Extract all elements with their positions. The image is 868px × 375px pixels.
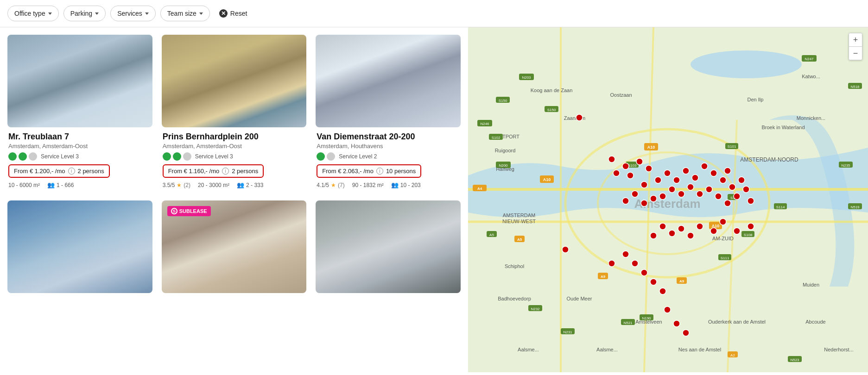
zoom-in-button[interactable]: +	[849, 33, 862, 46]
service-dot-icon	[19, 152, 27, 161]
card-location: Amsterdam, Houthavens	[317, 143, 460, 150]
card-area: 10 - 6000 m²	[8, 182, 40, 188]
card-image	[7, 200, 152, 293]
svg-text:NIEUW-WEST: NIEUW-WEST	[502, 219, 536, 224]
svg-point-97	[622, 163, 629, 169]
card-image	[162, 35, 307, 127]
svg-text:N521: N521	[623, 321, 633, 325]
svg-point-113	[738, 177, 745, 183]
svg-text:S101: S101	[728, 144, 736, 149]
svg-point-116	[748, 198, 754, 204]
svg-point-147	[683, 330, 689, 336]
svg-text:S150: S150	[547, 108, 556, 112]
card-location: Amsterdam, Amsterdam-Oost	[163, 143, 306, 150]
service-level-label: Service Level 2	[339, 153, 377, 160]
card-image	[7, 35, 152, 127]
svg-point-102	[641, 181, 647, 188]
svg-text:S108: S108	[744, 233, 753, 237]
card-image: SSUBLEASE	[162, 200, 307, 293]
card-capacity: 👥1 - 666	[47, 181, 74, 188]
svg-point-140	[632, 260, 638, 267]
star-icon: ★	[177, 182, 182, 188]
svg-text:N518: N518	[850, 85, 860, 89]
svg-text:A2: A2	[730, 353, 735, 357]
parking-filter[interactable]: Parking	[63, 6, 106, 21]
card-location: Amsterdam, Amsterdam-Oost	[8, 143, 152, 150]
svg-text:Abcoude: Abcoude	[805, 319, 825, 325]
capacity-value: 1 - 666	[57, 182, 74, 188]
card-meta: 3.5/5★(2)20 - 3000 m²👥2 - 333	[163, 181, 306, 188]
reset-button[interactable]: ✕ Reset	[215, 6, 252, 20]
svg-point-100	[627, 172, 634, 179]
svg-point-111	[724, 168, 731, 174]
team-size-filter[interactable]: Team size	[160, 6, 210, 21]
card-capacity: 👥2 - 333	[237, 181, 263, 188]
svg-point-138	[748, 223, 754, 230]
svg-text:N190: N190	[642, 316, 651, 320]
svg-point-107	[692, 175, 698, 181]
map-controls: + −	[849, 33, 862, 60]
svg-point-144	[608, 260, 615, 267]
reset-icon: ✕	[219, 9, 228, 18]
svg-text:Den Ilp: Den Ilp	[748, 97, 764, 102]
team-size-label: Team size	[167, 10, 196, 17]
svg-text:Muiden: Muiden	[803, 282, 819, 288]
svg-point-130	[710, 228, 717, 234]
svg-point-105	[673, 177, 680, 183]
svg-point-101	[646, 165, 652, 172]
listing-card[interactable]: Van Diemenstraat 20-200Amsterdam, Houtha…	[316, 35, 461, 191]
svg-point-122	[678, 191, 684, 197]
svg-text:A9: A9	[679, 279, 684, 283]
svg-point-134	[669, 230, 675, 237]
sublease-label: SUBLEASE	[179, 208, 207, 214]
persons-label: 2 persons	[232, 168, 258, 175]
listing-card[interactable]: Prins Bernhardplein 200Amsterdam, Amster…	[162, 35, 307, 191]
svg-text:Koog aan de Zaan: Koog aan de Zaan	[531, 88, 573, 93]
svg-text:Katwo...: Katwo...	[802, 74, 820, 79]
parking-chevron-icon	[95, 12, 99, 15]
listing-panel: Mr. Treublaan 7Amsterdam, Amsterdam-Oost…	[0, 27, 468, 372]
listing-card[interactable]	[7, 200, 152, 293]
services-filter[interactable]: Services	[110, 6, 156, 21]
listing-card[interactable]: SSUBLEASE	[162, 200, 307, 293]
svg-text:Aalsme...: Aalsme...	[596, 347, 618, 352]
review-count: (2)	[184, 182, 190, 188]
capacity-value: 10 - 203	[400, 182, 421, 188]
svg-text:AMSTERDAM-NOORD: AMSTERDAM-NOORD	[740, 156, 798, 163]
card-title: Prins Bernhardplein 200	[163, 132, 306, 142]
listing-card[interactable]	[316, 200, 461, 293]
card-body: Mr. Treublaan 7Amsterdam, Amsterdam-Oost…	[7, 127, 152, 191]
card-meta: 10 - 6000 m²👥1 - 666	[8, 181, 152, 188]
info-icon: i	[68, 168, 75, 175]
svg-text:Schiphol: Schiphol	[505, 263, 524, 269]
persons-label: 2 persons	[78, 168, 104, 175]
svg-point-137	[734, 228, 740, 234]
svg-text:A5: A5	[489, 233, 494, 237]
office-type-filter[interactable]: Office type	[7, 6, 59, 21]
svg-text:N231: N231	[563, 330, 572, 334]
card-rating: 3.5/5★(2)	[163, 182, 190, 188]
svg-point-129	[720, 219, 726, 225]
price-label: From € 2.063,- /mo	[322, 168, 374, 175]
listing-card[interactable]: Mr. Treublaan 7Amsterdam, Amsterdam-Oost…	[7, 35, 152, 191]
svg-point-115	[734, 193, 740, 200]
persons-icon: 👥	[391, 181, 399, 188]
rating-value: 4.1/5	[317, 182, 329, 188]
svg-text:A5: A5	[517, 238, 522, 242]
map-panel[interactable]: A10 A10 A10 A5 A9 A9 A4	[468, 27, 868, 372]
svg-point-98	[636, 158, 643, 165]
zoom-out-button[interactable]: −	[849, 47, 862, 60]
parking-label: Parking	[70, 10, 92, 17]
service-icons: Service Level 3	[8, 152, 152, 161]
svg-text:N232: N232	[531, 307, 540, 311]
svg-point-104	[664, 170, 671, 176]
main-layout: Mr. Treublaan 7Amsterdam, Amsterdam-Oost…	[0, 27, 868, 372]
svg-text:N519: N519	[850, 205, 860, 209]
persons-icon: 👥	[47, 181, 55, 188]
svg-text:Nes aan de Amstel: Nes aan de Amstel	[678, 347, 721, 352]
svg-text:Badhoevedorp: Badhoevedorp	[498, 296, 531, 301]
svg-text:AM-ZUID: AM-ZUID	[712, 236, 734, 241]
svg-point-142	[650, 279, 657, 285]
svg-point-125	[650, 195, 657, 202]
sublease-badge: SSUBLEASE	[167, 206, 211, 216]
